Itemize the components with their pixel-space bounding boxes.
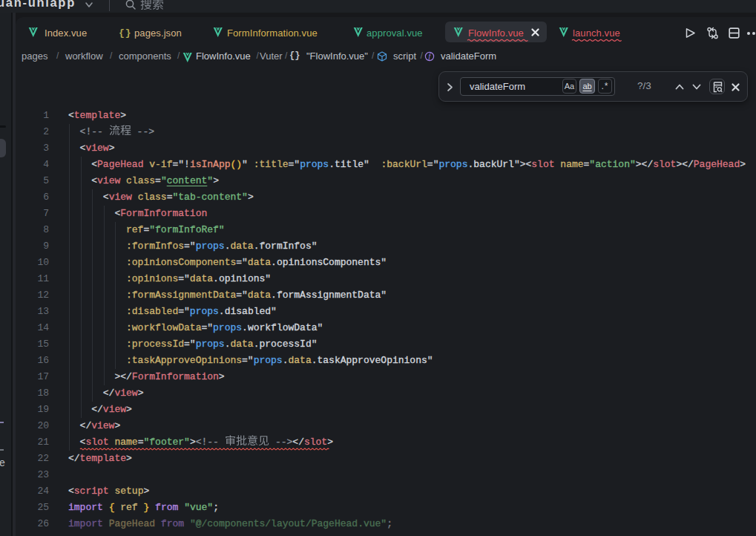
svg-text:f: f xyxy=(429,52,432,60)
